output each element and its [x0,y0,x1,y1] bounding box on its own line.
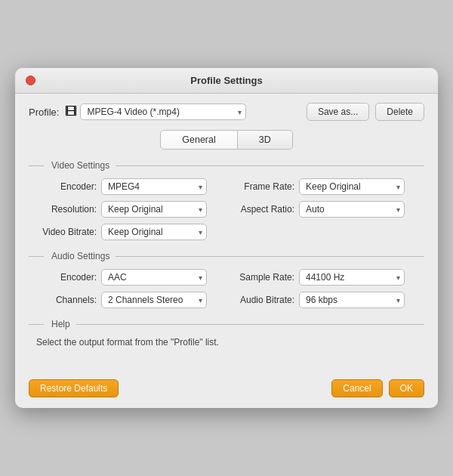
resolution-select-wrap: Keep Original [101,201,207,218]
audio-encoder-label: Encoder: [36,272,97,283]
video-fields-grid: Encoder: MPEG4 Frame Rate: Keep Original [29,178,424,240]
sample-rate-label: Sample Rate: [234,272,294,283]
audio-encoder-field-row: Encoder: AAC [36,269,226,286]
titlebar: Profile Settings [15,68,438,94]
footer: Restore Defaults Cancel OK [15,372,438,408]
frame-rate-select-wrap: Keep Original [299,178,405,195]
tab-general[interactable]: General [160,130,237,150]
resolution-field-row: Resolution: Keep Original [36,201,226,218]
audio-bitrate-select-wrap: 96 kbps [299,292,405,308]
frame-rate-field-row: Frame Rate: Keep Original [234,178,424,195]
close-button[interactable] [26,76,35,85]
aspect-ratio-select[interactable]: Auto [299,201,405,218]
audio-bitrate-label: Audio Bitrate: [234,295,294,305]
audio-section-line-right [116,256,424,257]
resolution-label: Resolution: [36,204,97,215]
resolution-select[interactable]: Keep Original [101,201,207,218]
help-header: Help [29,319,424,329]
section-line-right [116,165,424,166]
frame-rate-label: Frame Rate: [234,181,294,192]
help-text: Select the output format from the "Profi… [29,337,424,348]
profile-select-wrap: MPEG-4 Video (*.mp4) [80,104,246,120]
section-line-left [29,165,44,166]
footer-right-buttons: Cancel OK [331,379,424,397]
video-settings-title: Video Settings [48,160,116,171]
help-section: Help Select the output format from the "… [29,319,424,348]
encoder-label: Encoder: [36,181,97,192]
cancel-button[interactable]: Cancel [331,379,382,397]
audio-settings-header: Audio Settings [29,251,424,261]
audio-fields-grid: Encoder: AAC Sample Rate: 44100 Hz [29,269,424,308]
main-window: Profile Settings Profile: 🎞 MPEG-4 Video… [15,68,438,408]
content-area: Profile: 🎞 MPEG-4 Video (*.mp4) Save as.… [15,94,438,372]
encoder-select[interactable]: MPEG4 [101,178,207,195]
video-bitrate-field-row: Video Bitrate: Keep Original [36,224,226,240]
aspect-ratio-field-row: Aspect Ratio: Auto [234,201,424,218]
tab-3d[interactable]: 3D [238,130,293,150]
sample-rate-select-wrap: 44100 Hz [299,269,405,286]
delete-button[interactable]: Delete [375,103,424,121]
channels-field-row: Channels: 2 Channels Stereo [36,292,226,308]
profile-label: Profile: [29,107,59,118]
audio-bitrate-field-row: Audio Bitrate: 96 kbps [234,292,424,308]
tabs-row: General 3D [29,130,424,150]
profile-row: Profile: 🎞 MPEG-4 Video (*.mp4) Save as.… [29,103,424,121]
profile-select-wrap: 🎞 MPEG-4 Video (*.mp4) [65,104,300,120]
channels-select[interactable]: 2 Channels Stereo [101,292,207,308]
aspect-ratio-label: Aspect Ratio: [234,204,294,215]
audio-encoder-select[interactable]: AAC [101,269,207,286]
video-bitrate-select-wrap: Keep Original [101,224,207,240]
restore-defaults-button[interactable]: Restore Defaults [29,379,119,397]
help-line-left [29,324,44,325]
empty-cell [234,224,424,240]
aspect-ratio-select-wrap: Auto [299,201,405,218]
film-icon: 🎞 [65,105,77,119]
video-bitrate-label: Video Bitrate: [36,227,97,237]
audio-settings-title: Audio Settings [48,251,116,261]
audio-encoder-select-wrap: AAC [101,269,207,286]
sample-rate-field-row: Sample Rate: 44100 Hz [234,269,424,286]
save-as-button[interactable]: Save as... [307,103,369,121]
window-title: Profile Settings [190,75,262,86]
sample-rate-select[interactable]: 44100 Hz [299,269,405,286]
audio-settings-section: Audio Settings Encoder: AAC Sample Rate: [29,251,424,308]
encoder-field-row: Encoder: MPEG4 [36,178,226,195]
video-bitrate-select[interactable]: Keep Original [101,224,207,240]
audio-section-line-left [29,256,44,257]
video-settings-section: Video Settings Encoder: MPEG4 Frame Rate… [29,160,424,240]
ok-button[interactable]: OK [389,379,424,397]
channels-select-wrap: 2 Channels Stereo [101,292,207,308]
channels-label: Channels: [36,295,97,305]
video-settings-header: Video Settings [29,160,424,171]
audio-bitrate-select[interactable]: 96 kbps [299,292,405,308]
help-line-right [76,324,424,325]
frame-rate-select[interactable]: Keep Original [299,178,405,195]
encoder-select-wrap: MPEG4 [101,178,207,195]
profile-select[interactable]: MPEG-4 Video (*.mp4) [80,104,246,120]
help-title: Help [48,319,76,329]
